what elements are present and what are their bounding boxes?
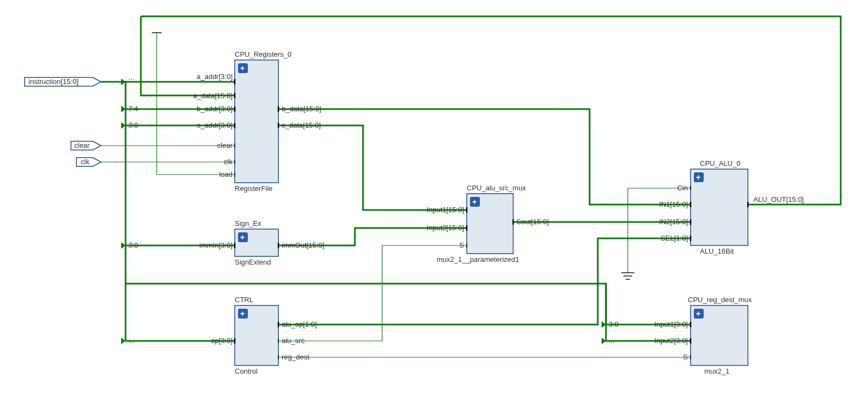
output-label-aluout: ALU_OUT[15:0]	[753, 195, 804, 203]
block-subtitle-alusrcmux: mux2_1__parameterized1	[437, 255, 519, 263]
block-subtitle-regdestmux: mux2_1	[704, 367, 729, 375]
input-label-clear: clear	[74, 141, 90, 149]
port-load: load	[219, 170, 233, 178]
plus-icon: +	[472, 197, 477, 206]
plus-icon: +	[696, 173, 700, 182]
plus-icon: +	[696, 309, 700, 318]
port-in2: IN2[15:0]	[659, 218, 688, 226]
plus-icon: +	[240, 309, 245, 318]
port-rdmux-in2: Input2[3:0]	[655, 337, 688, 345]
port-clear: clear	[217, 141, 233, 149]
block-subtitle-regfile: RegisterFile	[235, 184, 272, 193]
port-cdata: c_data[15:0]	[282, 121, 321, 129]
wire-instruction-trunk	[101, 82, 126, 341]
port-baddr: b_addr[3:0]	[197, 105, 233, 113]
port-mux-in1: Input1[15:0]	[426, 206, 464, 214]
port-mux-S: S	[459, 241, 464, 249]
bustap-30a: 3:0	[128, 121, 138, 129]
plus-icon: +	[240, 64, 245, 73]
bustap-30c: 3:0	[609, 320, 619, 328]
port-alusrc: alu_src	[282, 337, 305, 345]
block-title-alu: CPU_ALU_0	[700, 159, 740, 167]
port-regdest: reg_dest	[282, 353, 310, 361]
bustap-dots2: ...	[128, 337, 134, 345]
wire-cdata-to-mux-in1	[278, 125, 467, 210]
wire-adata-in	[141, 16, 235, 95]
port-caddr: c_addr[3:0]	[197, 121, 233, 129]
block-subtitle-signex: SignExtend	[235, 258, 271, 266]
block-title-regfile: CPU_Registers_0	[235, 50, 292, 58]
port-immIn: immIn[3:0]	[199, 241, 233, 249]
port-cin: Cin	[677, 184, 688, 192]
port-sel: SEL[1:0]	[661, 234, 688, 242]
bustap-74: 7:4	[128, 105, 138, 113]
port-immOut: immOut[15:0]	[282, 241, 324, 249]
port-mux-in2: Input2[15:0]	[426, 224, 464, 232]
block-registerfile[interactable]	[235, 60, 278, 183]
block-title-regdestmux: CPU_reg_dest_mux	[688, 296, 752, 304]
port-op: op[3:0]	[211, 337, 233, 345]
port-clk: clk	[224, 158, 233, 166]
port-mux-sout: Sout[15:0]	[516, 218, 549, 226]
port-rdmux-S: S	[683, 353, 688, 361]
plus-icon: +	[240, 233, 245, 242]
port-bdata: b_data[15:0]	[282, 105, 321, 113]
block-subtitle-ctrl: Control	[235, 367, 258, 375]
port-aluop: alu_op[1:0]	[282, 320, 317, 328]
port-adata: a_data[15:0]	[193, 92, 233, 100]
block-title-alusrcmux: CPU_alu_src_mux	[467, 184, 526, 192]
port-aaddr: a_addr[3:0]	[197, 73, 233, 81]
input-label-instruction: instruction[15:0]	[28, 77, 79, 86]
input-label-clk: clk	[81, 158, 90, 166]
block-subtitle-alu: ALU_16Bit	[700, 247, 734, 255]
port-in1: IN1[15:0]	[659, 200, 688, 208]
bustap-30b: 3:0	[128, 241, 138, 249]
block-title-ctrl: CTRL	[235, 296, 253, 304]
block-diagram: instruction[15:0] clear clk ALU_OUT[15:0…	[0, 0, 868, 420]
block-title-signex: Sign_Ex	[235, 219, 261, 227]
port-rdmux-in1: Input1[3:0]	[655, 320, 688, 328]
bustap-dots3: ...	[609, 337, 615, 345]
wire-instr-to-rdmux-in2	[606, 284, 691, 341]
bustap-dots1: ...	[128, 73, 134, 81]
